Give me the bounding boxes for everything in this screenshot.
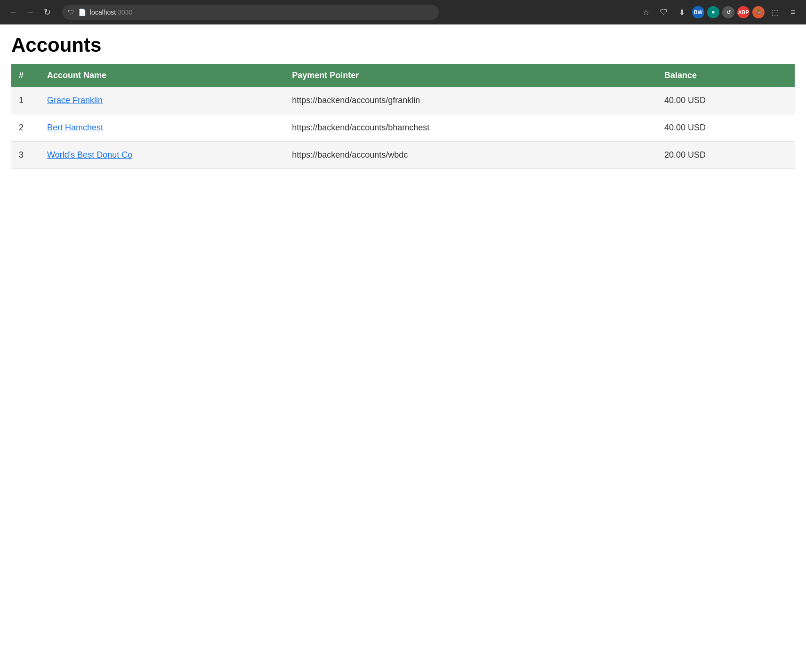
replay-icon: ↺ (726, 9, 731, 16)
replay-extension[interactable]: ↺ (722, 6, 734, 18)
pocket-extension[interactable]: ♥ (707, 6, 719, 18)
star-icon: ☆ (643, 8, 649, 17)
download-button[interactable]: ⬇ (674, 5, 689, 20)
reload-icon: ↻ (44, 7, 51, 17)
extensions-button[interactable]: ⬚ (767, 5, 782, 20)
account-name-link[interactable]: Grace Franklin (47, 96, 103, 105)
cell-balance: 40.00 USD (657, 87, 795, 114)
url-display: localhost:3030 (90, 8, 132, 16)
address-bar[interactable]: 🛡 📄 localhost:3030 (62, 5, 439, 20)
security-icon: 🛡 (68, 8, 74, 16)
col-header-balance: Balance (657, 64, 795, 87)
table-row: 3World's Best Donut Cohttps://backend/ac… (11, 142, 795, 169)
page-icon: 📄 (78, 8, 86, 16)
table-header-row: # Account Name Payment Pointer Balance (11, 64, 795, 87)
pocket-ext-icon: ♥ (712, 9, 715, 15)
cell-payment-pointer: https://backend/accounts/wbdc (284, 142, 657, 169)
cell-number: 2 (11, 114, 40, 142)
table-row: 2Bert Hamchesthttps://backend/accounts/b… (11, 114, 795, 142)
menu-icon: ≡ (790, 8, 795, 16)
page-content: Accounts # Account Name Payment Pointer … (0, 24, 806, 178)
table-row: 1Grace Franklinhttps://backend/accounts/… (11, 87, 795, 114)
browser-chrome: ← → ↻ 🛡 📄 localhost:3030 ☆ 🛡 ⬇ BW ♥ (0, 0, 806, 24)
cell-payment-pointer: https://backend/accounts/gfranklin (284, 87, 657, 114)
back-button[interactable]: ← (6, 5, 21, 20)
account-name-link[interactable]: World's Best Donut Co (47, 150, 132, 160)
back-icon: ← (9, 8, 17, 17)
nav-buttons: ← → ↻ (6, 5, 55, 20)
download-icon: ⬇ (679, 8, 685, 17)
duckduckgo-extension[interactable]: 🦆 (752, 6, 765, 18)
page-title: Accounts (11, 34, 795, 56)
cell-balance: 40.00 USD (657, 114, 795, 142)
pocket-icon: 🛡 (660, 8, 668, 16)
cell-number: 1 (11, 87, 40, 114)
cell-number: 3 (11, 142, 40, 169)
cell-account-name: World's Best Donut Co (40, 142, 284, 169)
col-header-account-name: Account Name (40, 64, 284, 87)
browser-toolbar-right: ☆ 🛡 ⬇ BW ♥ ↺ ABP 🦆 ⬚ ≡ (638, 5, 800, 20)
forward-icon: → (26, 8, 34, 17)
col-header-payment-pointer: Payment Pointer (284, 64, 657, 87)
table-body: 1Grace Franklinhttps://backend/accounts/… (11, 87, 795, 169)
cell-payment-pointer: https://backend/accounts/bhamchest (284, 114, 657, 142)
pocket-button[interactable]: 🛡 (656, 5, 671, 20)
cell-balance: 20.00 USD (657, 142, 795, 169)
account-name-link[interactable]: Bert Hamchest (47, 123, 103, 132)
bitwarden-icon: BW (694, 9, 702, 15)
cell-account-name: Bert Hamchest (40, 114, 284, 142)
abp-extension[interactable]: ABP (737, 6, 750, 18)
cell-account-name: Grace Franklin (40, 87, 284, 114)
star-button[interactable]: ☆ (638, 5, 653, 20)
duck-icon: 🦆 (755, 9, 762, 16)
reload-button[interactable]: ↻ (40, 5, 55, 20)
bitwarden-extension[interactable]: BW (692, 6, 704, 18)
forward-button[interactable]: → (23, 5, 38, 20)
table-header: # Account Name Payment Pointer Balance (11, 64, 795, 87)
accounts-table: # Account Name Payment Pointer Balance 1… (11, 64, 795, 169)
extensions-icon: ⬚ (772, 8, 779, 17)
abp-icon: ABP (738, 9, 749, 15)
col-header-number: # (11, 64, 40, 87)
menu-button[interactable]: ≡ (785, 5, 800, 20)
